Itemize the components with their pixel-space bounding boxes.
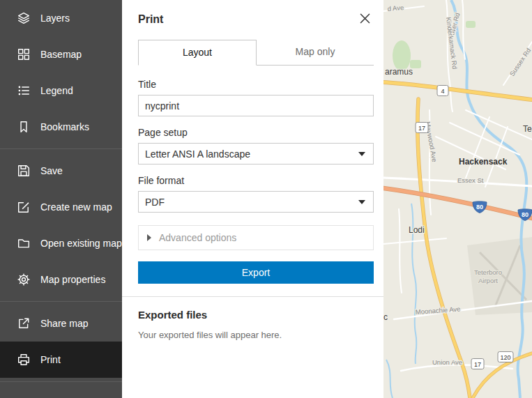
map-label: Airport bbox=[478, 277, 498, 284]
print-panel-header: Print bbox=[122, 0, 383, 37]
page-setup-label: Page setup bbox=[138, 127, 374, 138]
file-format-label: File format bbox=[138, 175, 374, 186]
sidebar-item-label: Bookmarks bbox=[40, 121, 89, 132]
map-viewer-app: Layers Basemap Legend Bookmarks bbox=[0, 0, 532, 398]
bookmark-icon bbox=[17, 121, 30, 133]
chevron-down-icon bbox=[358, 200, 365, 204]
sidebar-divider bbox=[0, 148, 122, 149]
advanced-options-label: Advanced options bbox=[159, 232, 236, 243]
route-shield-4: 4 bbox=[437, 86, 448, 96]
map-label: Hackensack bbox=[459, 157, 508, 167]
sidebar-item-label: Share map bbox=[40, 318, 88, 329]
legend-icon bbox=[17, 84, 30, 97]
page-setup-value: Letter ANSI A landscape bbox=[145, 148, 250, 160]
svg-text:80: 80 bbox=[476, 204, 483, 211]
map-label: Tea bbox=[523, 124, 532, 134]
close-icon bbox=[360, 13, 370, 26]
sidebar-item-label: Open existing map bbox=[40, 238, 122, 249]
title-field-label: Title bbox=[138, 79, 374, 90]
sidebar-item-label: Legend bbox=[40, 85, 73, 96]
advanced-options-toggle[interactable]: Advanced options bbox=[138, 225, 374, 250]
save-icon bbox=[17, 164, 30, 177]
map-label: Teterboro bbox=[474, 268, 502, 276]
sidebar-item-save[interactable]: Save bbox=[0, 153, 122, 189]
printer-icon bbox=[17, 353, 30, 366]
sidebar: Layers Basemap Legend Bookmarks bbox=[0, 0, 122, 398]
sidebar-item-label: Map properties bbox=[40, 274, 105, 285]
print-panel: Print Layout Map only Title Page setup L… bbox=[122, 0, 383, 398]
file-format-value: PDF bbox=[145, 197, 165, 208]
sidebar-item-label: Basemap bbox=[40, 49, 82, 60]
create-new-map-icon bbox=[17, 201, 30, 213]
chevron-down-icon bbox=[358, 152, 365, 156]
svg-text:17: 17 bbox=[474, 361, 481, 368]
svg-text:4: 4 bbox=[441, 88, 444, 95]
layers-icon bbox=[17, 12, 30, 24]
sidebar-divider bbox=[0, 301, 122, 302]
panel-title: Print bbox=[138, 13, 163, 26]
basemap-icon bbox=[17, 48, 30, 61]
export-button[interactable]: Export bbox=[138, 261, 374, 284]
tab-map-only[interactable]: Map only bbox=[257, 40, 374, 66]
sidebar-item-label: Print bbox=[40, 354, 61, 365]
tab-layout[interactable]: Layout bbox=[138, 40, 257, 66]
exported-files-empty-text: Your exported files will appear here. bbox=[138, 330, 374, 340]
map-canvas: d Ave River Rd Kinderkamack Rd Sussex Rd… bbox=[383, 0, 532, 398]
map[interactable]: d Ave River Rd Kinderkamack Rd Sussex Rd… bbox=[383, 0, 532, 398]
map-label: Essex St bbox=[457, 176, 484, 184]
svg-text:17: 17 bbox=[418, 125, 425, 132]
exported-files-heading: Exported files bbox=[138, 309, 374, 321]
chevron-right-icon bbox=[147, 234, 151, 241]
route-shield-17: 17 bbox=[416, 123, 428, 133]
route-shield-17: 17 bbox=[471, 359, 484, 369]
folder-icon bbox=[17, 237, 30, 250]
map-label: Union Ave bbox=[432, 358, 462, 366]
map-label: aramus bbox=[385, 67, 413, 77]
sidebar-item-label: Layers bbox=[40, 13, 70, 24]
sidebar-item-open-existing-map[interactable]: Open existing map bbox=[0, 225, 122, 261]
sidebar-item-map-properties[interactable]: Map properties bbox=[0, 261, 122, 298]
sidebar-divider bbox=[0, 381, 122, 382]
map-label: c bbox=[383, 312, 388, 322]
exported-files-section: Exported files Your exported files will … bbox=[122, 297, 383, 340]
sidebar-item-create-new-map[interactable]: Create new map bbox=[0, 189, 122, 225]
sidebar-item-share-map[interactable]: Share map bbox=[0, 305, 122, 342]
sidebar-item-basemap[interactable]: Basemap bbox=[0, 36, 122, 72]
sidebar-item-label: Save bbox=[40, 165, 63, 176]
share-icon bbox=[17, 317, 30, 330]
sidebar-item-legend[interactable]: Legend bbox=[0, 72, 122, 109]
map-label: d Ave bbox=[387, 3, 404, 13]
map-label: Lodi bbox=[409, 225, 425, 235]
gear-icon bbox=[17, 273, 30, 286]
print-form: Title Page setup Letter ANSI A landscape… bbox=[122, 66, 383, 284]
sidebar-item-label: Create new map bbox=[40, 201, 112, 213]
sidebar-item-print[interactable]: Print bbox=[0, 342, 122, 378]
title-input[interactable] bbox=[138, 95, 374, 116]
svg-text:80: 80 bbox=[522, 211, 529, 218]
close-panel-button[interactable] bbox=[356, 10, 374, 29]
sidebar-item-bookmarks[interactable]: Bookmarks bbox=[0, 109, 122, 145]
page-setup-select[interactable]: Letter ANSI A landscape bbox=[138, 143, 374, 164]
svg-text:120: 120 bbox=[500, 354, 510, 361]
sidebar-item-layers[interactable]: Layers bbox=[0, 0, 122, 36]
route-shield-120: 120 bbox=[498, 352, 513, 362]
file-format-select[interactable]: PDF bbox=[138, 191, 374, 213]
print-tabs: Layout Map only bbox=[138, 40, 374, 66]
